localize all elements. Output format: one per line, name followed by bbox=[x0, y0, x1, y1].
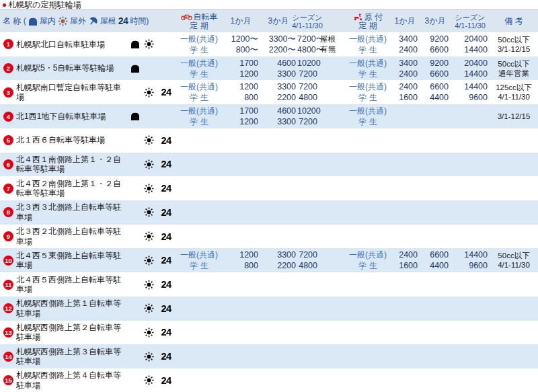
student-label: 学 生 bbox=[190, 116, 208, 127]
red-bullet-icon: ● bbox=[2, 1, 7, 9]
facility-cell: 10 北４西５東側路上自転車等駐車場 24 bbox=[0, 251, 176, 270]
24hour-label: 24 bbox=[161, 159, 171, 169]
student-label: 学 生 bbox=[358, 44, 377, 55]
general-label: 一般(共通) bbox=[349, 249, 387, 260]
header-remarks: 備 考 bbox=[490, 17, 538, 26]
header-moped-label-1: 原 付 bbox=[364, 13, 383, 22]
header-hours-suffix: 時間) bbox=[130, 17, 149, 26]
student-label: 学 生 bbox=[190, 69, 208, 79]
facility-name: 札幌駅北口自転車駐車場 bbox=[16, 40, 128, 50]
facility-cell: 5 北１西６自転車等駐車場 24 bbox=[0, 135, 176, 146]
student-label: 学 生 bbox=[358, 69, 377, 79]
facility-name: 北４西２南側路上第１・２自転車等駐車場 bbox=[16, 179, 128, 198]
moped-icon bbox=[353, 13, 363, 21]
bike-3month-fees: 46003300 bbox=[260, 58, 297, 79]
header-moped-1month: 1か月 bbox=[390, 17, 420, 26]
sun-icon bbox=[144, 256, 154, 266]
sun-icon bbox=[144, 352, 154, 362]
bike-1month-fees: 1200800 bbox=[222, 249, 260, 271]
row-number-badge: 5 bbox=[3, 135, 13, 145]
moped-1month-fees: 34002400 bbox=[390, 34, 420, 55]
umbrella-icon bbox=[88, 16, 98, 26]
header-moped-season: シーズン 4/1-11/30 bbox=[451, 13, 490, 30]
moped-1month-fees: 24001600 bbox=[390, 249, 420, 271]
dome-icon bbox=[130, 65, 140, 73]
facility-cell: 8 北３西３北側路上自転車等駐車場 24 bbox=[0, 202, 176, 222]
sun-icon bbox=[144, 135, 154, 145]
24hour-label: 24 bbox=[161, 183, 171, 194]
moped-fare-labels: 一般(共通) 学 生 bbox=[346, 249, 390, 271]
facility-cell: 3 札幌駅南口暫定自転車等駐車場 24 bbox=[0, 83, 176, 102]
facility-cell: 9 北３西２北側路上自転車等駐車場 24 bbox=[0, 227, 176, 246]
header-name-prefix: 名 称 ( bbox=[3, 17, 26, 26]
periodic-bicycle-parking-table: ● 札幌駅の定期駐輪場 名 称 ( 屋内 屋外 bbox=[0, 0, 538, 392]
table-row: 2 札幌駅5・5自転車等駐輪場 一般(共通) 学 生 17001200 4600… bbox=[0, 56, 538, 81]
header-indoor-label: 屋内 bbox=[40, 17, 56, 26]
row-number-badge: 8 bbox=[3, 207, 13, 217]
bike-3month-fees: 46003300 bbox=[260, 106, 297, 127]
bike-fare-labels: 一般(共通) 学 生 bbox=[176, 58, 222, 79]
header-bike-label-1: 自転車 bbox=[194, 13, 218, 22]
row-number-badge: 1 bbox=[3, 39, 13, 49]
sun-icon-slot bbox=[141, 135, 156, 145]
remarks-cell: 125cc以下4/1-11/30 bbox=[490, 83, 538, 102]
table-row: 11 北４西５西側路上自転車等駐車場 24 bbox=[0, 272, 538, 297]
facility-name: 札幌駅西側路上第２自転車等駐車場 bbox=[16, 323, 128, 342]
24hour-label: 24 bbox=[161, 207, 171, 218]
facility-cell: 12 札幌駅西側路上第１自転車等駐車場 24 bbox=[0, 299, 176, 318]
table-row: 12 札幌駅西側路上第１自転車等駐車場 24 bbox=[0, 297, 538, 321]
table-row: 6 北４西１南側路上第１・２自転車等駐車場 24 bbox=[0, 153, 538, 177]
header-moped-3month: 3か月 bbox=[420, 17, 451, 26]
facility-name: 札幌駅南口暫定自転車等駐車場 bbox=[16, 83, 128, 102]
facility-name: 北３西３北側路上自転車等駐車場 bbox=[16, 202, 128, 222]
sun-icon bbox=[144, 303, 154, 313]
sun-icon bbox=[144, 39, 154, 49]
header-roof-label: 屋根 bbox=[100, 17, 116, 26]
24hour-label: 24 bbox=[161, 351, 171, 362]
student-label: 学 生 bbox=[358, 260, 377, 271]
student-label: 学 生 bbox=[190, 92, 208, 103]
student-label: 学 生 bbox=[190, 260, 208, 271]
24hour-label: 24 bbox=[161, 327, 171, 338]
bike-season-fees: 72004800 bbox=[297, 81, 335, 103]
bike-1month-fees: 1200〜800〜 bbox=[222, 34, 260, 55]
sun-icon bbox=[144, 231, 154, 241]
moped-fare-labels: 一般(共通) 学 生 bbox=[346, 106, 390, 127]
roof-note: 屋根有無 bbox=[335, 34, 346, 54]
table-row: 1 札幌駅北口自転車駐車場 一般(共通) 学 生 1200〜800〜 3300〜… bbox=[0, 32, 538, 56]
facility-cell: 1 札幌駅北口自転車駐車場 bbox=[0, 39, 176, 49]
header-bike-season-line1: シーズン bbox=[293, 13, 323, 22]
moped-3month-fees: 92006600 bbox=[420, 58, 451, 79]
bicycle-icon bbox=[181, 13, 192, 21]
table-row: 9 北３西２北側路上自転車等駐車場 24 bbox=[0, 225, 538, 249]
row-number-badge: 14 bbox=[3, 352, 13, 362]
remarks-cell: 50cc以下通年営業 bbox=[490, 59, 538, 78]
facility-name: 北４西５西側路上自転車等駐車場 bbox=[16, 275, 128, 295]
general-label: 一般(共通) bbox=[349, 34, 387, 44]
table-row: 3 札幌駅南口暫定自転車等駐車場 24 一般(共通) 学 生 1200800 3… bbox=[0, 80, 538, 104]
sun-icon-slot bbox=[141, 231, 156, 241]
row-number-badge: 12 bbox=[3, 303, 13, 313]
general-label: 一般(共通) bbox=[180, 249, 218, 260]
facility-cell: 15 札幌駅西側路上第４自転車等駐車場 24 bbox=[0, 370, 176, 390]
row-number-badge: 7 bbox=[3, 184, 13, 194]
facility-name: 北１西６自転車等駐車場 bbox=[16, 135, 128, 145]
general-label: 一般(共通) bbox=[349, 106, 387, 116]
general-label: 一般(共通) bbox=[180, 106, 218, 116]
facility-cell: 6 北４西１南側路上第１・２自転車等駐車場 24 bbox=[0, 155, 176, 174]
row-number-badge: 9 bbox=[3, 231, 13, 241]
bike-season-fees: 102007200 bbox=[297, 106, 335, 127]
row-number-badge: 2 bbox=[3, 63, 13, 73]
table-row: 15 札幌駅西側路上第４自転車等駐車場 24 bbox=[0, 368, 538, 392]
row-number-badge: 3 bbox=[3, 87, 13, 97]
facility-name: 札幌駅西側路上第３自転車等駐車場 bbox=[16, 347, 128, 366]
moped-season-fees: 2040014400 bbox=[451, 58, 490, 79]
facility-name: 札幌駅5・5自転車等駐輪場 bbox=[16, 63, 128, 73]
indoor-icon-slot bbox=[128, 40, 142, 48]
bike-1month-fees: 17001200 bbox=[222, 106, 260, 127]
24hour-label: 24 bbox=[161, 375, 171, 386]
row-number-badge: 6 bbox=[3, 159, 13, 169]
table-row: 13 札幌駅西側路上第２自転車等駐車場 24 bbox=[0, 321, 538, 345]
dome-icon bbox=[130, 40, 140, 48]
sun-icon bbox=[144, 327, 154, 338]
